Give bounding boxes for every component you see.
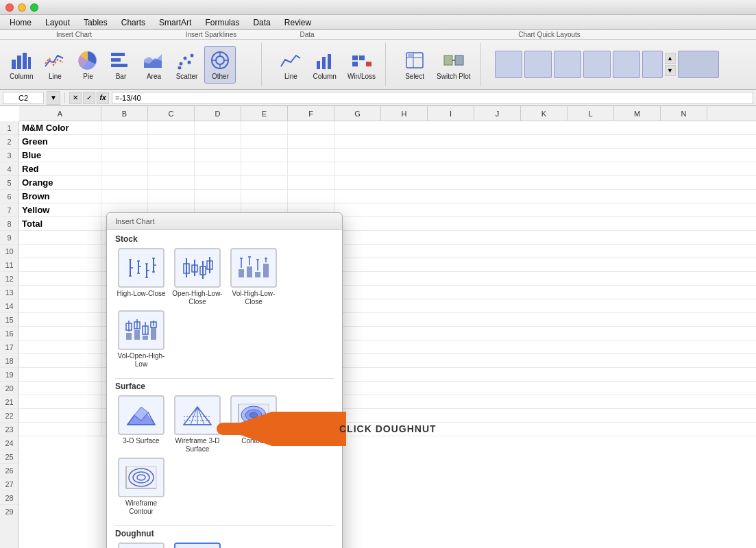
layout-scroll-down[interactable]: ▼ [665, 65, 676, 76]
table-row: M&M Color [19, 121, 756, 135]
cell-c2[interactable] [148, 135, 195, 148]
minimize-button[interactable] [18, 3, 26, 12]
cell-d2[interactable] [195, 135, 241, 148]
chart-option-exploded-doughnut[interactable]: Exploded Doughnut [171, 543, 223, 548]
cell-c4[interactable] [148, 162, 195, 175]
cell-e1[interactable] [241, 121, 288, 134]
high-low-close-label: High-Low-Close [117, 290, 165, 298]
chart-option-open-high-low-close[interactable]: Open-High-Low-Close [171, 248, 223, 306]
svg-rect-3 [28, 57, 31, 69]
cell-e3[interactable] [241, 149, 288, 162]
layout-thumb-7[interactable] [678, 51, 719, 78]
cell-d1[interactable] [195, 121, 241, 134]
chart-option-wireframe-3d-surface[interactable]: Wireframe 3-D Surface [171, 395, 223, 453]
col-header-l: L [568, 106, 614, 121]
cell-b1[interactable] [101, 121, 148, 134]
menu-data[interactable]: Data [246, 16, 277, 29]
cell-b5[interactable] [101, 176, 148, 189]
formula-cancel-btn[interactable]: ✕ [69, 92, 82, 104]
chart-option-contour[interactable]: Contour [228, 395, 280, 453]
layout-scroll-up[interactable]: ▲ [665, 53, 676, 64]
cell-a6[interactable]: Brown [19, 190, 101, 203]
menu-formulas[interactable]: Formulas [198, 16, 246, 29]
cell-e6[interactable] [241, 190, 288, 203]
cell-a3[interactable]: Blue [19, 149, 101, 162]
chart-option-high-low-close[interactable]: High-Low-Close [115, 248, 167, 306]
chart-option-3d-surface[interactable]: 3-D Surface [115, 395, 167, 453]
cell-f4[interactable] [288, 162, 334, 175]
layout-thumb-2[interactable] [524, 51, 552, 78]
cell-c6[interactable] [148, 190, 195, 203]
cell-a5[interactable]: Orange [19, 176, 101, 189]
cell-b6[interactable] [101, 190, 148, 203]
menu-charts[interactable]: Charts [114, 16, 152, 29]
chart-other-btn[interactable]: Other [204, 46, 236, 84]
maximize-button[interactable] [30, 3, 38, 12]
sparkline-winloss-btn[interactable]: Win/Loss [343, 47, 380, 83]
chart-area-btn[interactable]: Area [138, 47, 169, 83]
cell-e5[interactable] [241, 176, 288, 189]
cell-d5[interactable] [195, 176, 241, 189]
formula-confirm-btn[interactable]: ✓ [83, 92, 95, 104]
menu-home[interactable]: Home [3, 16, 38, 29]
formula-expand-btn[interactable]: ▼ [47, 91, 60, 105]
cell-c5[interactable] [148, 176, 195, 189]
layout-thumb-3[interactable] [554, 51, 581, 78]
cell-a4[interactable]: Red [19, 162, 101, 175]
cell-d4[interactable] [195, 162, 241, 175]
col-header-b: B [101, 106, 148, 121]
menu-smartart[interactable]: SmartArt [152, 16, 198, 29]
layout-thumb-1[interactable] [495, 51, 522, 78]
chart-line-btn[interactable]: Line [40, 47, 70, 83]
cell-reference[interactable] [3, 92, 44, 104]
svg-rect-2 [23, 53, 27, 69]
cell-c3[interactable] [148, 149, 195, 162]
formula-input[interactable] [112, 92, 753, 104]
formula-function-btn[interactable]: fx [97, 92, 109, 104]
cell-e4[interactable] [241, 162, 288, 175]
chart-option-wireframe-contour[interactable]: Wireframe Contour [115, 458, 167, 516]
sparkline-line-btn[interactable]: Line [276, 47, 306, 83]
formula-divider [64, 92, 65, 103]
data-switch-btn[interactable]: Switch Plot [432, 47, 474, 83]
chart-option-vol-high-low-close[interactable]: Vol-High-Low-Close [228, 248, 280, 306]
layout-thumb-5[interactable] [613, 51, 640, 78]
layout-thumb-4[interactable] [583, 51, 611, 78]
sparkline-winloss-label: Win/Loss [347, 73, 376, 80]
cell-f5[interactable] [288, 176, 334, 189]
cell-b2[interactable] [101, 135, 148, 148]
svg-rect-21 [359, 55, 365, 60]
chart-bar-btn[interactable]: Bar [106, 47, 136, 83]
menu-tables[interactable]: Tables [77, 16, 114, 29]
data-select-btn[interactable]: Select [400, 47, 430, 83]
cell-a1[interactable]: M&M Color [19, 121, 101, 134]
cell-f2[interactable] [288, 135, 334, 148]
svg-rect-5 [111, 53, 125, 56]
chart-option-vol-open-high-low[interactable]: Vol-Open-High-Low [115, 310, 167, 369]
chart-pie-btn[interactable]: Pie [73, 47, 103, 83]
cell-f3[interactable] [288, 149, 334, 162]
sparkline-column-btn[interactable]: Column [308, 47, 340, 83]
close-button[interactable] [5, 3, 14, 12]
cell-a7[interactable]: Yellow [19, 203, 101, 216]
menu-layout[interactable]: Layout [38, 16, 77, 29]
chart-option-doughnut[interactable]: Doughnut [115, 543, 167, 548]
chart-scatter-btn[interactable]: Scatter [171, 47, 202, 83]
menu-review[interactable]: Review [278, 16, 318, 29]
cell-d3[interactable] [195, 149, 241, 162]
svg-rect-48 [184, 264, 189, 273]
row-header-2: 2 [0, 135, 19, 149]
cell-e2[interactable] [241, 135, 288, 148]
cell-a8[interactable]: Total [19, 217, 101, 230]
row-header-24: 24 [0, 436, 19, 450]
layout-thumb-6[interactable] [642, 51, 663, 78]
chart-column-btn[interactable]: Column [5, 47, 37, 83]
cell-f1[interactable] [288, 121, 334, 134]
cell-b3[interactable] [101, 149, 148, 162]
cell-f6[interactable] [288, 190, 334, 203]
cell-c1[interactable] [148, 121, 195, 134]
cell-b4[interactable] [101, 162, 148, 175]
cell-a9[interactable] [19, 231, 101, 244]
cell-a2[interactable]: Green [19, 135, 101, 148]
cell-d6[interactable] [195, 190, 241, 203]
